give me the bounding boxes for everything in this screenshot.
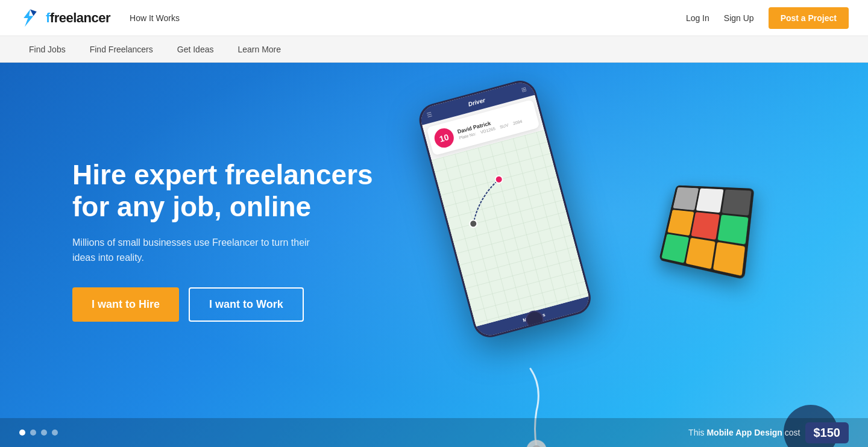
header: ffreelancer How It Works Log In Sign Up … [0, 0, 868, 36]
header-right: Log In Sign Up Post a Project [686, 7, 849, 29]
driver-info: David Patrick Plate No: VD1265 SUV 2094 [457, 109, 533, 140]
hero-content: Hire expert freelancers for any job, onl… [72, 159, 410, 322]
rubiks-cube [659, 185, 754, 280]
cube-cell [713, 242, 745, 276]
phone-body: ☰ Driver ⊞ 10 David Patrick Plate No: VD… [415, 77, 594, 341]
logo[interactable]: ffreelancer [19, 7, 110, 29]
post-project-button[interactable]: Post a Project [769, 7, 849, 29]
earphones-decoration [494, 363, 542, 423]
bottom-bar: This Mobile App Design cost $150 [0, 418, 868, 447]
position-value: 2094 [512, 119, 523, 125]
signup-button[interactable]: Sign Up [724, 13, 754, 23]
svg-point-2 [469, 219, 478, 228]
logo-text: ffreelancer [46, 10, 110, 26]
work-button[interactable]: I want to Work [189, 287, 304, 322]
nav-how-it-works[interactable]: How It Works [130, 13, 180, 23]
map-route-svg [432, 130, 589, 327]
cost-value-badge: $150 [805, 422, 849, 443]
car-type: SUV [499, 122, 509, 128]
hero-buttons: I want to Hire I want to Work [72, 287, 410, 322]
hero-title: Hire expert freelancers for any job, onl… [72, 159, 410, 223]
phone-app-title: Driver [467, 96, 486, 107]
carousel-dots [19, 430, 58, 436]
carousel-dot-3[interactable] [41, 430, 47, 436]
hero-subtitle: Millions of small businesses use Freelan… [72, 235, 326, 266]
cost-display: This Mobile App Design cost $150 [688, 422, 849, 443]
carousel-dot-1[interactable] [19, 430, 25, 436]
logo-icon [19, 7, 41, 29]
login-button[interactable]: Log In [686, 13, 709, 23]
subnav-learn-more[interactable]: Learn More [237, 45, 281, 54]
rubiks-cube-container [656, 177, 754, 274]
subnav: Find Jobs Find Freelancers Get Ideas Lea… [0, 36, 868, 63]
phone-mockup: ☰ Driver ⊞ 10 David Patrick Plate No: VD… [415, 74, 609, 353]
cube-cell [661, 234, 689, 263]
cost-label-bold: Mobile App Design [706, 428, 782, 437]
cube-cell [722, 190, 751, 216]
map-area [432, 130, 589, 327]
cube-cell [717, 214, 748, 244]
cube-cell [696, 189, 724, 213]
cube-cell [667, 210, 694, 236]
phone-screen: ☰ Driver ⊞ 10 David Patrick Plate No: VD… [418, 80, 592, 339]
header-left: ffreelancer How It Works [19, 7, 180, 29]
cube-cell [691, 212, 719, 240]
hero-section: Hire expert freelancers for any job, onl… [0, 63, 868, 447]
carousel-dot-4[interactable] [52, 430, 58, 436]
driver-rating-badge: 10 [432, 126, 456, 149]
svg-marker-1 [30, 9, 37, 16]
carousel-dot-2[interactable] [30, 430, 36, 436]
cube-cell [686, 238, 715, 269]
subnav-find-jobs[interactable]: Find Jobs [29, 45, 66, 54]
subnav-get-ideas[interactable]: Get Ideas [177, 45, 214, 54]
subnav-find-freelancers[interactable]: Find Freelancers [90, 45, 153, 54]
cube-cell [673, 187, 699, 210]
hire-button[interactable]: I want to Hire [72, 287, 179, 322]
cost-label: This Mobile App Design cost [688, 428, 800, 437]
